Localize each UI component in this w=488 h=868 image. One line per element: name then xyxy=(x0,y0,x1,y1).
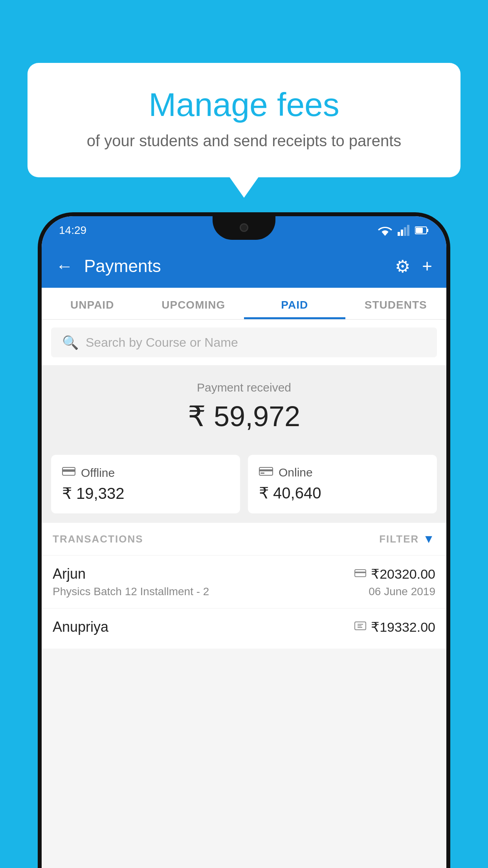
svg-rect-8 xyxy=(62,469,75,472)
status-bar: 14:29 xyxy=(42,216,446,245)
svg-rect-10 xyxy=(259,469,273,471)
online-label: Online xyxy=(279,466,313,479)
anupriya-payment-icon xyxy=(354,621,366,633)
svg-rect-1 xyxy=(401,230,403,236)
arjun-amount-row: ₹20320.00 xyxy=(354,566,435,582)
search-icon: 🔍 xyxy=(62,335,79,350)
offline-label: Offline xyxy=(81,466,115,480)
offline-card: Offline ₹ 19,332 xyxy=(51,455,240,513)
svg-rect-3 xyxy=(407,225,409,236)
offline-icon xyxy=(62,466,75,480)
arjun-date: 06 June 2019 xyxy=(369,585,435,598)
student-name-anupriya: Anupriya xyxy=(53,619,108,635)
transactions-label: TRANSACTIONS xyxy=(53,533,143,545)
anupriya-amount: ₹19332.00 xyxy=(371,619,435,635)
bubble-title: Manage fees xyxy=(59,86,429,123)
anupriya-amount-row: ₹19332.00 xyxy=(354,619,435,635)
bubble-subtitle: of your students and send receipts to pa… xyxy=(59,132,429,150)
app-bar-title: Payments xyxy=(84,256,395,276)
svg-rect-5 xyxy=(427,229,428,232)
filter-icon: ▼ xyxy=(423,532,435,546)
transaction-item-anupriya[interactable]: Anupriya ₹19332.00 xyxy=(42,608,446,649)
search-container: 🔍 Search by Course or Name xyxy=(42,320,446,365)
svg-rect-6 xyxy=(416,228,423,233)
payment-cards-row: Offline ₹ 19,332 Onli xyxy=(42,445,446,523)
offline-amount: ₹ 19,332 xyxy=(62,484,229,502)
online-amount: ₹ 40,640 xyxy=(259,484,426,502)
online-card-header: Online xyxy=(259,466,426,479)
arjun-payment-icon xyxy=(354,568,366,580)
tab-unpaid[interactable]: UNPAID xyxy=(42,288,143,319)
online-icon xyxy=(259,466,273,479)
back-button[interactable]: ← xyxy=(56,256,73,276)
payment-received-amount: ₹ 59,972 xyxy=(42,400,446,433)
svg-rect-2 xyxy=(404,227,406,236)
student-name-arjun: Arjun xyxy=(53,566,86,582)
transaction-item-arjun[interactable]: Arjun ₹20320.00 Physics Batch 12 Install… xyxy=(42,555,446,608)
svg-rect-0 xyxy=(398,232,400,236)
app-bar: ← Payments ⚙ + xyxy=(42,245,446,288)
settings-icon[interactable]: ⚙ xyxy=(395,256,410,276)
camera-dot xyxy=(240,223,248,232)
arjun-row2: Physics Batch 12 Installment - 2 06 June… xyxy=(53,585,435,598)
search-input[interactable]: Search by Course or Name xyxy=(86,335,238,350)
svg-rect-11 xyxy=(261,473,264,474)
filter-label: FILTER xyxy=(379,533,419,545)
offline-card-header: Offline xyxy=(62,466,229,480)
speech-bubble-container: Manage fees of your students and send re… xyxy=(28,63,460,177)
arjun-amount: ₹20320.00 xyxy=(371,566,435,582)
tab-students[interactable]: STUDENTS xyxy=(345,288,447,319)
status-icons xyxy=(378,225,429,236)
add-icon[interactable]: + xyxy=(422,256,432,276)
arjun-course: Physics Batch 12 Installment - 2 xyxy=(53,585,209,598)
phone-inner: 14:29 xyxy=(42,216,446,868)
transactions-header: TRANSACTIONS FILTER ▼ xyxy=(42,523,446,555)
speech-bubble: Manage fees of your students and send re… xyxy=(28,63,460,177)
payment-received-label: Payment received xyxy=(42,381,446,394)
online-card: Online ₹ 40,640 xyxy=(248,455,437,513)
filter-button[interactable]: FILTER ▼ xyxy=(379,532,435,546)
app-bar-actions: ⚙ + xyxy=(395,256,432,276)
phone-frame: 14:29 xyxy=(38,212,450,868)
tab-upcoming[interactable]: UPCOMING xyxy=(143,288,244,319)
svg-rect-13 xyxy=(355,572,366,573)
status-time: 14:29 xyxy=(59,224,86,237)
search-bar[interactable]: 🔍 Search by Course or Name xyxy=(51,327,437,357)
tab-paid[interactable]: PAID xyxy=(244,288,345,319)
tabs-container: UNPAID UPCOMING PAID STUDENTS xyxy=(42,288,446,320)
payment-received-section: Payment received ₹ 59,972 xyxy=(42,365,446,445)
